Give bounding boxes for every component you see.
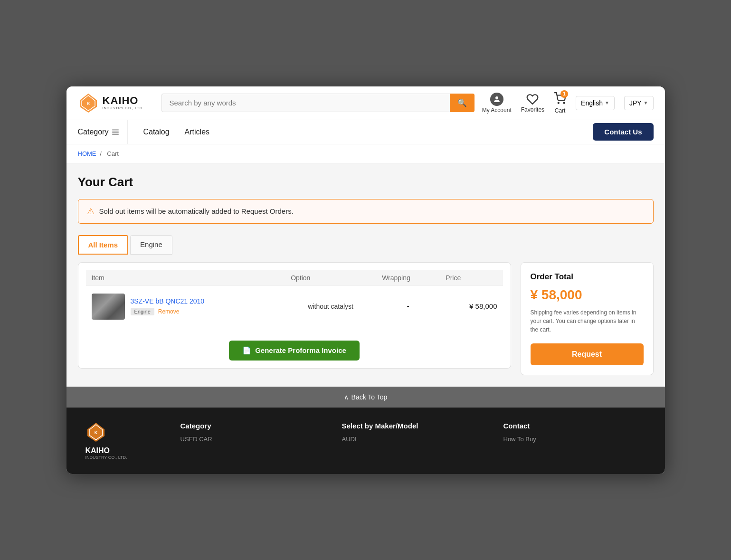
svg-text:K: K: [86, 101, 90, 106]
svg-text:K: K: [94, 430, 97, 435]
brand-sub: INDUSTRY CO., LTD.: [103, 106, 144, 111]
svg-point-5: [564, 102, 565, 103]
price-cell: ¥ 58,000: [440, 285, 503, 327]
chevron-up-icon: ∧: [344, 393, 349, 401]
cart-table-container: Item Option Wrapping Price: [78, 262, 511, 369]
remove-link[interactable]: Remove: [158, 308, 180, 315]
col-item: Item: [86, 270, 285, 286]
footer-col-maker: Select by Maker/Model AUDI: [342, 422, 484, 460]
search-input[interactable]: [161, 94, 450, 112]
category-label: Category: [78, 128, 109, 136]
cart-tabs: All Items Engine: [78, 235, 654, 255]
footer-category-title: Category: [180, 422, 323, 430]
footer-brand-sub: INDUSTRY CO., LTD.: [85, 455, 161, 460]
alert-message: Sold out items will be automatically add…: [99, 207, 294, 215]
currency-label: JPY: [629, 99, 642, 107]
item-thumbnail: [92, 294, 125, 320]
brand-name: KAIHO: [103, 95, 144, 106]
language-label: English: [581, 99, 603, 107]
svg-point-4: [558, 102, 559, 103]
footer-category-used-car[interactable]: USED CAR: [180, 436, 323, 443]
cart-layout: Item Option Wrapping Price: [78, 262, 654, 375]
my-account-button[interactable]: My Account: [482, 93, 512, 114]
back-to-top-label: Back To Top: [351, 393, 388, 401]
back-to-top[interactable]: ∧ Back To Top: [66, 387, 665, 408]
footer-maker-audi[interactable]: AUDI: [342, 436, 484, 443]
generate-proforma-invoice-button[interactable]: 📄 Generate Proforma Invoice: [229, 341, 360, 361]
logo[interactable]: K KAIHO INDUSTRY CO., LTD.: [78, 93, 154, 114]
navbar-left: Category Catalog Articles: [78, 120, 218, 144]
category-menu[interactable]: Category: [78, 120, 128, 144]
item-info: 3SZ-VE bB QNC21 2010 Engine Remove: [92, 294, 280, 320]
cart-items-panel: Item Option Wrapping Price: [78, 262, 511, 369]
price-text: ¥ 58,000: [469, 302, 497, 310]
language-selector[interactable]: English ▼: [576, 96, 615, 110]
item-tags: Engine Remove: [131, 308, 205, 315]
logo-icon: K: [78, 93, 99, 114]
breadcrumb-home[interactable]: HOME: [78, 150, 96, 157]
col-price: Price: [440, 270, 503, 286]
footer-logo: K KAIHO INDUSTRY CO., LTD.: [85, 422, 161, 460]
order-total-note: Shipping fee varies depending on items i…: [531, 308, 644, 334]
alert-banner: ⚠ Sold out items will be automatically a…: [78, 199, 654, 224]
main-content: Your Cart ⚠ Sold out items will be autom…: [66, 163, 665, 387]
footer-brand-name: KAIHO: [85, 446, 161, 455]
breadcrumb-current: Cart: [107, 150, 119, 157]
header-right: My Account Favorites 1 Cart: [482, 92, 654, 114]
footer-maker-title: Select by Maker/Model: [342, 422, 484, 430]
option-cell: without catalyst: [285, 285, 376, 327]
col-wrapping: Wrapping: [376, 270, 440, 286]
favorites-icon: [526, 93, 539, 105]
generate-btn-label: Generate Proforma Invoice: [255, 346, 346, 354]
item-meta: 3SZ-VE bB QNC21 2010 Engine Remove: [131, 297, 205, 315]
breadcrumb: HOME / Cart: [66, 144, 665, 163]
articles-link[interactable]: Articles: [177, 120, 217, 144]
search-area: 🔍: [161, 94, 475, 112]
order-total-price: ¥ 58,000: [531, 287, 644, 303]
tab-all-items[interactable]: All Items: [78, 235, 129, 255]
cart-button[interactable]: 1 Cart: [554, 92, 566, 114]
item-title-link[interactable]: 3SZ-VE bB QNC21 2010: [131, 297, 205, 305]
footer-col-contact: Contact How To Buy: [503, 422, 646, 460]
generate-btn-row: 📄 Generate Proforma Invoice: [86, 335, 503, 361]
footer-col-category: Category USED CAR: [180, 422, 323, 460]
account-icon: [490, 93, 503, 106]
menu-icon: [111, 128, 120, 136]
contact-us-button[interactable]: Contact Us: [593, 123, 653, 141]
footer-contact-title: Contact: [503, 422, 646, 430]
search-button[interactable]: 🔍: [450, 94, 475, 112]
engine-tag: Engine: [131, 308, 154, 315]
request-button[interactable]: Request: [531, 343, 644, 365]
table-row: 3SZ-VE bB QNC21 2010 Engine Remove: [86, 285, 503, 327]
chevron-down-icon: ▼: [644, 100, 648, 105]
chevron-down-icon: ▼: [605, 100, 609, 105]
cart-badge: 1: [560, 90, 568, 98]
favorites-button[interactable]: Favorites: [521, 93, 544, 113]
cart-label: Cart: [555, 107, 566, 114]
order-total-title: Order Total: [531, 272, 644, 282]
item-cell: 3SZ-VE bB QNC21 2010 Engine Remove: [86, 285, 285, 327]
alert-icon: ⚠: [87, 206, 95, 217]
order-total-panel: Order Total ¥ 58,000 Shipping fee varies…: [521, 262, 654, 375]
option-text: without catalyst: [308, 303, 353, 310]
currency-selector[interactable]: JPY ▼: [624, 96, 654, 110]
site-header: K KAIHO INDUSTRY CO., LTD. 🔍 My Acco: [66, 86, 665, 120]
invoice-icon: 📄: [242, 346, 251, 355]
my-account-label: My Account: [482, 107, 512, 114]
page-title: Your Cart: [78, 175, 654, 190]
svg-point-3: [495, 96, 498, 99]
footer-logo-icon: K: [85, 422, 106, 443]
tab-engine[interactable]: Engine: [130, 235, 172, 255]
favorites-label: Favorites: [521, 106, 544, 113]
navbar: Category Catalog Articles Contact Us: [66, 120, 665, 144]
footer-contact-how-to-buy[interactable]: How To Buy: [503, 436, 646, 443]
wrapping-text: -: [407, 302, 409, 310]
catalog-link[interactable]: Catalog: [135, 120, 177, 144]
col-option: Option: [285, 270, 376, 286]
wrapping-cell: -: [376, 285, 440, 327]
cart-table: Item Option Wrapping Price: [86, 270, 503, 327]
navbar-right: Contact Us: [593, 123, 653, 141]
footer: K KAIHO INDUSTRY CO., LTD. Category USED…: [66, 408, 665, 474]
